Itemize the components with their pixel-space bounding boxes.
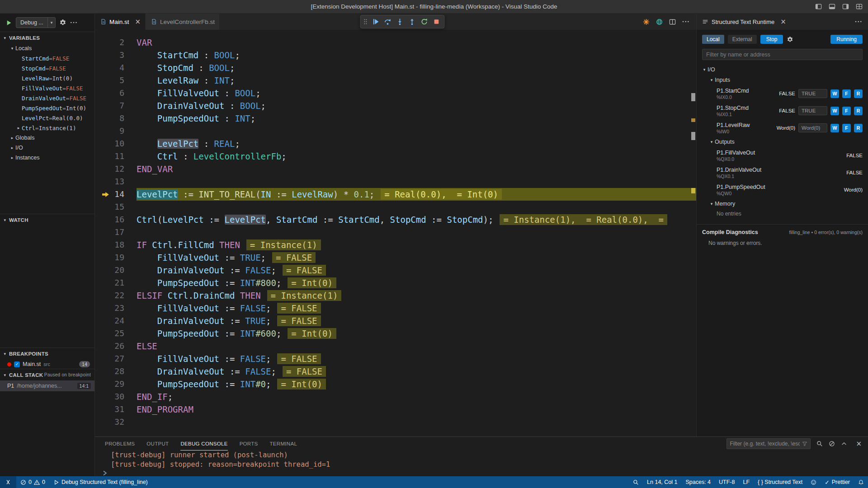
debug-console-output[interactable]: [trust-debug] runner started (post-launc…: [95, 450, 868, 469]
line-number[interactable]: 24: [95, 314, 137, 327]
line-number[interactable]: 31: [95, 403, 137, 416]
io-f-button[interactable]: F: [842, 89, 851, 98]
console-input-row[interactable]: [95, 469, 868, 476]
local-mode-button[interactable]: Local: [702, 35, 724, 44]
code-line[interactable]: 14LevelPct := INT_TO_REAL(IN := LevelRaw…: [95, 188, 696, 201]
code-line[interactable]: 2VAR: [95, 36, 696, 49]
close-icon[interactable]: ×: [780, 18, 786, 26]
variable-row[interactable]: LevelRaw = Int(0): [0, 73, 94, 83]
io-r-button[interactable]: R: [854, 124, 863, 132]
watch-section-header[interactable]: ▾ WATCH: [0, 214, 94, 225]
variable-row[interactable]: DrainValveOut = FALSE: [0, 93, 94, 103]
io-value-input[interactable]: TRUE: [798, 89, 827, 98]
callstack-section-header[interactable]: ▾ CALL STACK Paused on breakpoint: [0, 369, 94, 380]
code-line[interactable]: 7 DrainValveOut : BOOL;: [95, 99, 696, 112]
line-number[interactable]: 26: [95, 340, 137, 352]
line-number[interactable]: 4: [95, 61, 137, 74]
code-line[interactable]: 6 FillValveOut : BOOL;: [95, 87, 696, 99]
code-line[interactable]: 30END_IF;: [95, 390, 696, 403]
code-line[interactable]: 23 FillValveOut := FALSE;= FALSE: [95, 302, 696, 314]
io-value-input[interactable]: TRUE: [798, 106, 827, 115]
gear-icon[interactable]: [59, 19, 66, 26]
io-group-node[interactable]: ▾Memory: [697, 198, 868, 209]
code-line[interactable]: 8 PumpSpeedOut : INT;: [95, 112, 696, 125]
line-number[interactable]: 29: [95, 378, 137, 390]
line-number[interactable]: 23: [95, 302, 137, 314]
globe-icon[interactable]: [656, 19, 663, 25]
code-line[interactable]: 32: [95, 416, 696, 428]
variables-section-header[interactable]: ▾ VARIABLES: [0, 32, 94, 43]
line-number[interactable]: 9: [95, 125, 137, 137]
variable-row[interactable]: StopCmd = FALSE: [0, 63, 94, 73]
io-w-button[interactable]: W: [830, 89, 839, 98]
runtime-stop-button[interactable]: Stop: [760, 35, 783, 44]
debug-status[interactable]: Debug Structured Text (filling_line): [49, 476, 152, 488]
code-line[interactable]: 17: [95, 226, 696, 239]
code-line[interactable]: 22ELSIF Ctrl.DrainCmd THEN= Instance(1): [95, 289, 696, 302]
line-number[interactable]: 22: [95, 289, 137, 302]
code-line[interactable]: 21 PumpSpeedOut := INT#800;= Int(0): [95, 277, 696, 289]
line-number[interactable]: 21: [95, 277, 137, 289]
console-filter-input[interactable]: [730, 441, 800, 447]
running-status-badge[interactable]: Running: [830, 35, 863, 44]
io-w-button[interactable]: W: [830, 107, 839, 115]
line-number[interactable]: 15: [95, 201, 137, 213]
line-number[interactable]: 20: [95, 264, 137, 277]
line-number[interactable]: 27: [95, 352, 137, 365]
editor-tab[interactable]: Main.st×: [95, 14, 146, 30]
cursor-position[interactable]: Ln 14, Col 1: [643, 476, 681, 488]
clear-console-icon[interactable]: [829, 441, 835, 447]
code-line[interactable]: 15: [95, 201, 696, 213]
overview-ruler[interactable]: [690, 30, 696, 436]
continue-button[interactable]: [370, 16, 381, 27]
close-panel-icon[interactable]: ×: [856, 440, 862, 448]
gear-icon[interactable]: [787, 36, 793, 43]
more-actions-icon[interactable]: ···: [70, 19, 78, 26]
scope-row[interactable]: ▸Globals: [0, 133, 94, 143]
step-out-button[interactable]: [406, 16, 417, 27]
search-status-item[interactable]: [629, 476, 643, 488]
step-into-button[interactable]: [394, 16, 405, 27]
panel-tab[interactable]: TERMINAL: [270, 437, 297, 450]
line-number[interactable]: 13: [95, 175, 137, 188]
code-line[interactable]: 9: [95, 125, 696, 137]
panel-tab[interactable]: PORTS: [240, 437, 258, 450]
line-number[interactable]: 18: [95, 239, 137, 251]
io-r-button[interactable]: R: [854, 107, 863, 115]
variable-row[interactable]: StartCmd = FALSE: [0, 53, 94, 63]
drag-grip-icon[interactable]: [363, 16, 368, 27]
code-line[interactable]: 16Ctrl(LevelPct := LevelPct, StartCmd :=…: [95, 213, 696, 226]
io-f-button[interactable]: F: [842, 107, 851, 115]
customize-layout-icon[interactable]: [856, 3, 863, 10]
io-f-button[interactable]: F: [842, 124, 851, 132]
step-over-button[interactable]: [382, 16, 393, 27]
panel-tab[interactable]: DEBUG CONSOLE: [180, 437, 227, 450]
breakpoint-checkbox[interactable]: ✓: [14, 361, 20, 367]
variable-row[interactable]: PumpSpeedOut = Int(0): [0, 103, 94, 113]
code-line[interactable]: 29 PumpSpeedOut := INT#0;= Int(0): [95, 378, 696, 390]
io-r-button[interactable]: R: [854, 89, 863, 98]
code-line[interactable]: 11 Ctrl : LevelControllerFb;: [95, 150, 696, 163]
line-number[interactable]: 14: [95, 188, 137, 201]
line-number[interactable]: 17: [95, 226, 137, 239]
line-number[interactable]: 25: [95, 327, 137, 340]
line-number[interactable]: 8: [95, 112, 137, 125]
breakpoints-section-header[interactable]: ▾ BREAKPOINTS: [0, 348, 94, 359]
code-line[interactable]: 31END_PROGRAM: [95, 403, 696, 416]
code-line[interactable]: 3 StartCmd : BOOL;: [95, 49, 696, 61]
remote-indicator[interactable]: [0, 476, 16, 488]
notifications-bell-icon[interactable]: [854, 476, 868, 488]
panel-tab[interactable]: PROBLEMS: [105, 437, 135, 450]
line-number[interactable]: 2: [95, 36, 137, 49]
scope-locals[interactable]: ▾ Locals: [0, 43, 94, 53]
runtime-tab[interactable]: Structured Text Runtime ×: [702, 14, 786, 30]
line-number[interactable]: 12: [95, 163, 137, 175]
line-number[interactable]: 3: [95, 49, 137, 61]
code-line[interactable]: 10 LevelPct : REAL;: [95, 137, 696, 150]
code-line[interactable]: 19 FillValveOut := TRUE;= FALSE: [95, 251, 696, 264]
code-line[interactable]: 20 DrainValveOut := FALSE;= FALSE: [95, 264, 696, 277]
feedback-icon[interactable]: [807, 476, 821, 488]
line-number[interactable]: 7: [95, 99, 137, 112]
indentation-indicator[interactable]: Spaces: 4: [681, 476, 715, 488]
language-indicator[interactable]: { } Structured Text: [754, 476, 807, 488]
